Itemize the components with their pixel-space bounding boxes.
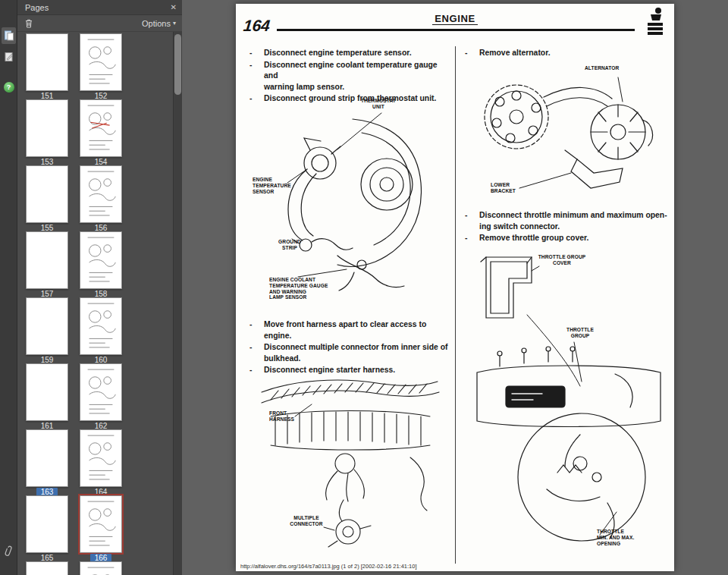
options-menu[interactable]: Options ▾	[142, 19, 176, 28]
diagram-label-thermostat-unit: THERMOSTAT UNIT	[354, 98, 403, 110]
panel-title: Pages	[25, 3, 49, 12]
page-thumbnail[interactable]: 154	[80, 99, 122, 165]
thumbnail-image[interactable]	[26, 33, 68, 91]
thermostat-diagram: THERMOSTAT UNIT ENGINE TEMPERATURE SENSO…	[248, 93, 447, 318]
diagram-label-multiple-connector: MULTIPLE CONNECTOR	[286, 515, 327, 527]
thumbnail-image[interactable]	[80, 495, 122, 553]
page-thumbnail[interactable]: 156	[80, 165, 122, 231]
instructions-list-right-1: Remove alternator.	[463, 48, 670, 60]
help-icon[interactable]: ?	[2, 79, 16, 96]
panel-toolbar: Options ▾	[17, 15, 182, 32]
diagram-label-alternator: ALTERNATOR	[585, 65, 619, 71]
throttle-group-diagram-art	[466, 245, 671, 562]
diagram-label-engine-temperature-sensor: ENGINE TEMPERATURE SENSOR	[253, 177, 291, 194]
instruction-step: Disconnect throttle minimum and maximum …	[463, 210, 673, 232]
throttle-group-diagram: THROTTLE GROUP COVER THROTTLE GROUP THRO…	[466, 245, 671, 562]
column-divider	[455, 46, 456, 564]
page-thumbnail[interactable]: 166	[80, 495, 122, 561]
thumbnail-image[interactable]	[80, 297, 122, 355]
delete-page-icon[interactable]	[24, 18, 33, 28]
thumbnail-image[interactable]	[80, 429, 122, 487]
page-thumbnail[interactable]: 164	[80, 429, 122, 495]
page-thumbnail[interactable]: 163	[26, 429, 68, 495]
instruction-step: Move front harness apart to clear access…	[248, 319, 454, 341]
page-thumbnail[interactable]	[26, 561, 68, 575]
pages-panel: Pages ✕ Options ▾ 1511521531541551561571…	[17, 0, 182, 575]
thumbnail-image[interactable]	[80, 561, 122, 575]
alternator-diagram: ALTERNATOR LOWER BRACKET	[474, 59, 670, 205]
thumbnail-image[interactable]	[26, 297, 68, 355]
diagram-label-ground-strip: GROUND STRIP	[272, 239, 307, 251]
instruction-step: Remove throttle group cover.	[463, 233, 673, 244]
front-harness-diagram-art	[248, 366, 450, 562]
source-url-text: http://alfalover.dhs.org/164/s7a0113.jpg…	[240, 563, 417, 570]
thumbnail-image[interactable]	[26, 495, 68, 553]
thumbnail-image[interactable]	[80, 231, 122, 289]
thumbnail-image[interactable]	[80, 33, 122, 91]
instruction-step: Disconnect engine coolant temperature ga…	[248, 60, 451, 93]
diagram-label-lower-bracket: LOWER BRACKET	[491, 182, 516, 194]
help-ball: ?	[4, 82, 14, 93]
diagram-label-coolant-gauge: ENGINE COOLANT TEMPERATURE GAUGE AND WAR…	[269, 277, 328, 300]
thumbnail-image[interactable]	[26, 561, 68, 575]
header-rule	[277, 29, 635, 31]
page-thumbnail[interactable]: 155	[26, 165, 68, 231]
navigation-rail: ?	[0, 0, 17, 575]
diagram-label-throttle-min-max: THROTTLE MIN. AND MAX. OPENING	[597, 529, 634, 546]
page-thumbnail[interactable]: 160	[80, 297, 122, 363]
panel-header: Pages ✕	[17, 0, 182, 15]
thumbnail-image[interactable]	[26, 165, 68, 223]
page-thumbnail[interactable]	[80, 561, 122, 575]
sidebar-scrollbar[interactable]	[173, 32, 182, 575]
manual-page: 164 ENGINE Disconnect engine temperature…	[236, 4, 674, 571]
page-thumbnail[interactable]: 162	[80, 363, 122, 429]
instructions-list-right-2: Disconnect throttle minimum and maximum …	[463, 210, 673, 245]
manual-corner-logo	[645, 7, 665, 39]
annotations-icon[interactable]	[2, 49, 16, 65]
thumbnail-image[interactable]	[80, 165, 122, 223]
front-harness-diagram: FRONT HARNESS MULTIPLE CONNECTOR	[248, 366, 450, 562]
instruction-step: Disconnect engine temperature sensor.	[248, 48, 451, 59]
thumbnail-image[interactable]	[26, 231, 68, 289]
page-thumbnail[interactable]: 151	[26, 33, 68, 99]
page-thumbnail[interactable]: 165	[26, 495, 68, 561]
page-thumbnail[interactable]: 157	[26, 231, 68, 297]
scrollbar-thumb[interactable]	[174, 34, 181, 95]
caret-down-icon: ▾	[173, 20, 176, 27]
thumbnail-image[interactable]	[26, 99, 68, 157]
diagram-label-throttle-group-cover: THROTTLE GROUP COVER	[537, 254, 587, 266]
page-thumbnail[interactable]: 161	[26, 363, 68, 429]
page-thumbnail[interactable]: 159	[26, 297, 68, 363]
diagram-label-front-harness: FRONT HARNESS	[269, 410, 294, 423]
thumbnail-image[interactable]	[26, 363, 68, 421]
document-area: 164 ENGINE Disconnect engine temperature…	[182, 0, 728, 575]
options-label: Options	[142, 19, 171, 28]
close-icon[interactable]: ✕	[171, 3, 177, 11]
page-thumbnail[interactable]: 153	[26, 99, 68, 165]
thumbnail-image[interactable]	[26, 429, 68, 487]
page-thumbnail[interactable]: 152	[80, 33, 122, 99]
pdf-viewer-window: ? Pages ✕ Options ▾ 15115215315415515615…	[0, 0, 728, 575]
thumbnail-image[interactable]	[80, 99, 122, 157]
page-title: ENGINE	[236, 13, 674, 24]
instruction-step: Disconnect multiple connector from inner…	[248, 342, 454, 364]
thumbnail-grid: 1511521531541551561571581591601611621631…	[17, 33, 173, 575]
instruction-step: Remove alternator.	[463, 48, 670, 59]
thumbnail-image[interactable]	[80, 363, 122, 421]
attachment-icon[interactable]	[2, 543, 16, 560]
page-thumbnail[interactable]: 158	[80, 231, 122, 297]
pages-panel-icon[interactable]	[2, 27, 16, 44]
diagram-label-throttle-group: THROTTLE GROUP	[559, 327, 601, 339]
